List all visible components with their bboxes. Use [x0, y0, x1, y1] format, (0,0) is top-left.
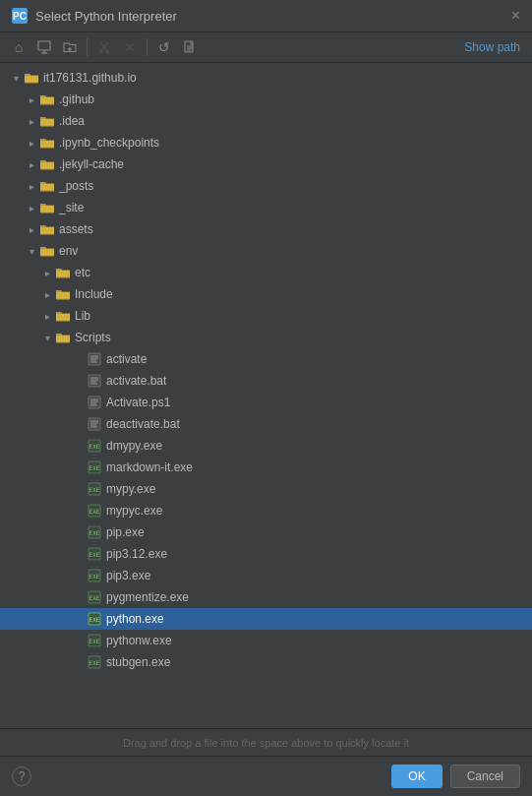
- folder-icon-env: [39, 243, 55, 259]
- folder-icon-lib: [55, 308, 71, 324]
- label-posts: _posts: [59, 179, 93, 193]
- label-dmypy: dmypy.exe: [106, 439, 162, 453]
- tree-item-etc[interactable]: etc: [0, 262, 532, 283]
- tree-item-site[interactable]: _site: [0, 197, 532, 218]
- label-mypy: mypy.exe: [106, 482, 155, 496]
- sep2: [147, 38, 148, 56]
- tree-item-deactivate-bat[interactable]: deactivate.bat: [0, 413, 532, 435]
- help-button[interactable]: ?: [12, 766, 31, 786]
- tree-item-markdown[interactable]: EXE markdown-it.exe: [0, 457, 532, 478]
- label-python: python.exe: [106, 612, 164, 626]
- toolbar: ⌂ ✕ ↺ Show path: [0, 32, 532, 63]
- ok-button[interactable]: OK: [391, 765, 442, 788]
- label-env: env: [59, 244, 78, 258]
- folder-icon-ipynb: [39, 135, 55, 151]
- label-scripts: Scripts: [75, 331, 111, 344]
- file-tree: it176131.github.io .github .idea: [0, 63, 532, 728]
- refresh-button[interactable]: ↺: [153, 36, 175, 58]
- label-pip: pip.exe: [106, 525, 145, 539]
- exe-icon-pythonw: EXE: [87, 633, 102, 648]
- new-file-button[interactable]: [179, 36, 201, 58]
- svg-text:EXE: EXE: [89, 573, 100, 580]
- tree-item-pygmentize[interactable]: EXE pygmentize.exe: [0, 586, 532, 608]
- tree-item-stubgen[interactable]: EXE stubgen.exe: [0, 651, 532, 673]
- chevron-lib[interactable]: [39, 308, 55, 324]
- tree-item-python[interactable]: EXE python.exe: [0, 608, 532, 630]
- chevron-repo[interactable]: [8, 70, 24, 86]
- label-idea: .idea: [59, 114, 85, 128]
- svg-rect-0: [38, 41, 50, 50]
- tree-item-pip3[interactable]: EXE pip3.exe: [0, 565, 532, 586]
- label-activate-bat: activate.bat: [106, 374, 166, 388]
- exe-icon-pip312: EXE: [87, 546, 102, 562]
- folder-icon-idea: [39, 113, 55, 129]
- tree-item-jekyll[interactable]: .jekyll-cache: [0, 153, 532, 175]
- bottom-bar: ? OK Cancel: [0, 756, 532, 796]
- folder-icon-include: [55, 286, 71, 302]
- label-ipynb: .ipynb_checkpoints: [59, 136, 159, 150]
- chevron-ipynb[interactable]: [24, 135, 39, 151]
- tree-item-pip[interactable]: EXE pip.exe: [0, 521, 532, 543]
- svg-text:EXE: EXE: [89, 551, 100, 558]
- tree-item-env[interactable]: env: [0, 240, 532, 262]
- chevron-jekyll[interactable]: [24, 156, 39, 172]
- folder-icon-scripts: [55, 330, 71, 345]
- dialog-title: Select Python Interpreter: [35, 9, 177, 24]
- tree-item-mypyc[interactable]: EXE mypyc.exe: [0, 500, 532, 521]
- tree-item-github[interactable]: .github: [0, 89, 532, 110]
- tree-item-pip312[interactable]: EXE pip3.12.exe: [0, 543, 532, 565]
- svg-text:EXE: EXE: [89, 486, 100, 493]
- label-lib: Lib: [75, 309, 90, 323]
- chevron-env[interactable]: [24, 243, 39, 259]
- cut-button: [93, 36, 115, 58]
- chevron-posts[interactable]: [24, 178, 39, 194]
- label-github: .github: [59, 92, 94, 106]
- chevron-github[interactable]: [24, 92, 39, 107]
- desktop-button[interactable]: [33, 36, 55, 58]
- tree-item-pythonw[interactable]: EXE pythonw.exe: [0, 630, 532, 651]
- label-include: Include: [75, 287, 113, 301]
- tree-item-ipynb[interactable]: .ipynb_checkpoints: [0, 132, 532, 153]
- exe-icon-stubgen: EXE: [87, 654, 102, 670]
- svg-rect-21: [89, 397, 100, 408]
- chevron-site[interactable]: [24, 200, 39, 215]
- label-markdown: markdown-it.exe: [106, 460, 193, 474]
- tree-item-idea[interactable]: .idea: [0, 110, 532, 132]
- chevron-assets[interactable]: [24, 221, 39, 237]
- exe-icon-mypyc: EXE: [87, 503, 102, 519]
- script-icon-activate-bat: [87, 373, 102, 389]
- tree-item-activate[interactable]: activate: [0, 348, 532, 370]
- tree-item-mypy[interactable]: EXE mypy.exe: [0, 478, 532, 500]
- chevron-include[interactable]: [39, 286, 55, 302]
- new-folder-button[interactable]: [59, 36, 81, 58]
- label-activate: activate: [106, 352, 147, 366]
- label-deactivate-bat: deactivate.bat: [106, 417, 180, 431]
- tree-item-activate-ps1[interactable]: Activate.ps1: [0, 392, 532, 413]
- svg-text:EXE: EXE: [89, 508, 100, 515]
- show-path-button[interactable]: Show path: [460, 38, 524, 56]
- tree-item-activate-bat[interactable]: activate.bat: [0, 370, 532, 392]
- exe-icon-pygmentize: EXE: [87, 589, 102, 605]
- chevron-idea[interactable]: [24, 113, 39, 129]
- script-icon-deactivate-bat: [87, 416, 102, 432]
- svg-text:EXE: EXE: [89, 464, 100, 471]
- svg-text:EXE: EXE: [89, 529, 100, 536]
- tree-item-dmypy[interactable]: EXE dmypy.exe: [0, 435, 532, 457]
- tree-item-assets[interactable]: assets: [0, 218, 532, 240]
- cancel-button[interactable]: Cancel: [450, 765, 520, 788]
- label-assets: assets: [59, 222, 93, 236]
- home-button[interactable]: ⌂: [8, 36, 30, 58]
- chevron-scripts[interactable]: [39, 330, 55, 345]
- svg-rect-16: [89, 375, 100, 387]
- tree-item-posts[interactable]: _posts: [0, 175, 532, 197]
- app-icon: PC: [12, 8, 28, 24]
- tree-item-repo[interactable]: it176131.github.io: [0, 67, 532, 89]
- tree-item-lib[interactable]: Lib: [0, 305, 532, 327]
- label-pygmentize: pygmentize.exe: [106, 590, 189, 604]
- close-button[interactable]: ×: [511, 8, 520, 24]
- chevron-etc[interactable]: [39, 265, 55, 280]
- tree-item-scripts[interactable]: Scripts: [0, 327, 532, 348]
- status-bar: Drag and drop a file into the space abov…: [0, 728, 532, 756]
- svg-rect-11: [89, 353, 100, 365]
- tree-item-include[interactable]: Include: [0, 283, 532, 305]
